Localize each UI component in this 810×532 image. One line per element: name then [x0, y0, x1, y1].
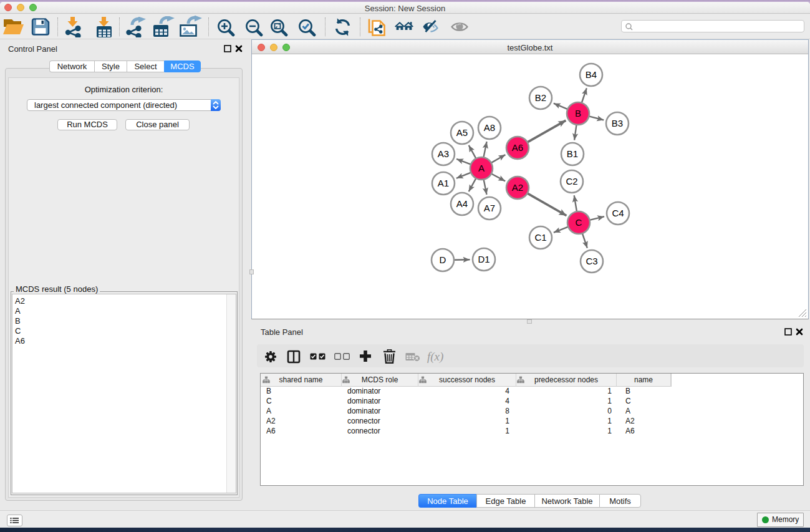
- svg-text:C4: C4: [612, 208, 624, 218]
- svg-text:A: A: [478, 163, 485, 173]
- svg-text:A5: A5: [456, 127, 468, 138]
- svg-text:C1: C1: [534, 232, 546, 243]
- svg-text:C2: C2: [566, 176, 577, 186]
- svg-text:B2: B2: [535, 92, 546, 103]
- svg-text:B3: B3: [612, 118, 623, 128]
- svg-text:B4: B4: [586, 69, 597, 80]
- svg-text:C: C: [576, 217, 582, 228]
- svg-text:B: B: [575, 108, 581, 118]
- svg-text:A6: A6: [512, 142, 523, 153]
- svg-text:B1: B1: [567, 148, 578, 159]
- svg-text:D: D: [440, 254, 446, 265]
- svg-text:A8: A8: [484, 122, 495, 133]
- svg-text:C3: C3: [586, 256, 597, 266]
- svg-text:D1: D1: [478, 254, 489, 264]
- svg-text:A4: A4: [456, 198, 468, 209]
- svg-text:A3: A3: [438, 148, 449, 159]
- svg-text:A2: A2: [512, 182, 523, 193]
- svg-text:A1: A1: [438, 178, 449, 188]
- svg-text:A7: A7: [484, 203, 495, 213]
